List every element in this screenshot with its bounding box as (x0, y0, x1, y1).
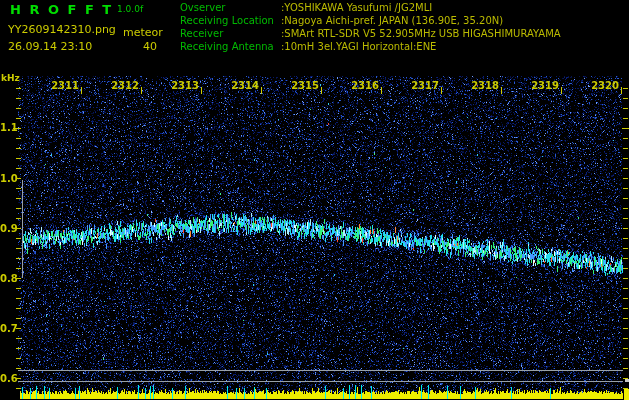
x-tick-label: 2314 (217, 80, 259, 91)
y-tick-label: 0.8 (0, 273, 16, 284)
app-version: 1.0.0f (117, 4, 143, 14)
info-row-location: Receiving Location:Nagoya Aichi-pref. JA… (180, 14, 561, 27)
info-value: :SMArt RTL-SDR V5 52.905MHz USB HIGASHIM… (281, 28, 561, 39)
app-title: H R O F F T (10, 2, 113, 17)
x-tick-label: 2318 (457, 80, 499, 91)
x-tick-label: 2317 (397, 80, 439, 91)
x-tick-label: 2315 (277, 80, 319, 91)
y-tick-label: 0.7 (0, 323, 16, 334)
info-value: :YOSHIKAWA Yasufumi /JG2MLI (281, 2, 432, 13)
x-tick-label: 2313 (157, 80, 199, 91)
y-tick-label: 0.6 (0, 373, 16, 384)
hrofft-window: H R O F F T 1.0.0f YY2609142310.png mete… (0, 0, 629, 400)
x-tick-label: 2316 (337, 80, 379, 91)
info-label: Receiving Antenna (180, 40, 281, 53)
info-row-antenna: Receiving Antenna:10mH 3el.YAGI Horizont… (180, 40, 561, 53)
y-tick-label: 1.0 (0, 173, 16, 184)
y-tick-label: 1.1 (0, 122, 16, 133)
spectrogram-canvas (0, 0, 629, 400)
x-tick-label: 2311 (37, 80, 79, 91)
x-tick-label: 2319 (517, 80, 559, 91)
sampling-param: 40 (140, 40, 157, 53)
info-label: Receiver (180, 27, 281, 40)
mode-label: meteor (123, 26, 163, 39)
y-axis-unit-label: kHz (1, 73, 20, 83)
info-value: :10mH 3el.YAGI Horizontal:ENE (281, 41, 436, 52)
info-row-receiver: Receiver:SMArt RTL-SDR V5 52.905MHz USB … (180, 27, 561, 40)
output-filename: YY2609142310.png (8, 23, 116, 36)
info-label: Receiving Location (180, 14, 281, 27)
x-tick-label: 2312 (97, 80, 139, 91)
info-value: :Nagoya Aichi-pref. JAPAN (136.90E, 35.2… (281, 15, 503, 26)
station-info: Ovserver:YOSHIKAWA Yasufumi /JG2MLI Rece… (180, 1, 561, 53)
y-tick-label: 0.9 (0, 223, 16, 234)
datetime-label: 26.09.14 23:10 (8, 40, 92, 53)
info-row-observer: Ovserver:YOSHIKAWA Yasufumi /JG2MLI (180, 1, 561, 14)
info-label: Ovserver (180, 1, 281, 14)
x-tick-label: 2320 (577, 80, 619, 91)
